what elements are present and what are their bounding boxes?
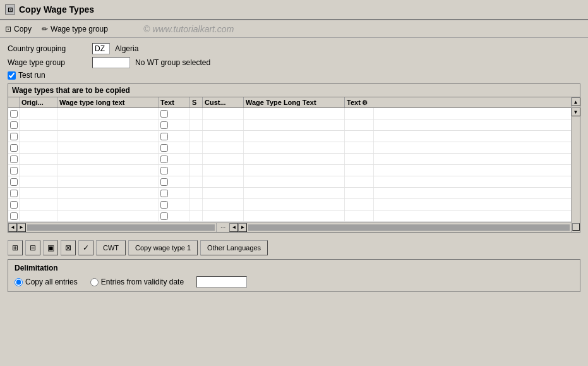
row-wt-long bbox=[57, 142, 159, 153]
row-text-check[interactable] bbox=[160, 133, 168, 140]
row-wt-long2 bbox=[244, 210, 345, 221]
row-text2 bbox=[345, 176, 374, 187]
row-text-check[interactable] bbox=[160, 121, 168, 129]
v-scrollbar: ▲ ▼ bbox=[571, 97, 580, 232]
row-orig bbox=[20, 154, 57, 164]
row-checkbox[interactable] bbox=[10, 201, 18, 209]
row-sel bbox=[8, 119, 20, 130]
h-scroll-left-btn[interactable]: ◄ bbox=[8, 223, 17, 232]
menu-wage-type-group[interactable]: ✏ Wage type group bbox=[42, 25, 108, 34]
toolbar-icon-btn-2[interactable]: ⊟ bbox=[25, 240, 40, 255]
other-languages-button[interactable]: Other Languages bbox=[200, 240, 268, 255]
row-wt-long2 bbox=[244, 176, 345, 187]
row-text2 bbox=[345, 108, 374, 119]
scroll-dots: ··· bbox=[217, 224, 229, 231]
h-scroll-right-btn2[interactable]: ► bbox=[238, 223, 247, 232]
scroll-thumb[interactable] bbox=[572, 223, 580, 231]
row-text-check[interactable] bbox=[160, 156, 168, 163]
row-text-check[interactable] bbox=[160, 144, 168, 152]
row-checkbox[interactable] bbox=[10, 110, 18, 118]
h-scroll-bar: ◄ ► ··· ◄ ► bbox=[8, 222, 571, 232]
row-text bbox=[159, 154, 190, 164]
row-text bbox=[159, 188, 190, 198]
title-icon: ⊡ bbox=[5, 4, 15, 15]
toolbar-icon-btn-1[interactable]: ⊞ bbox=[8, 240, 23, 255]
row-s bbox=[190, 142, 203, 153]
page-title: Copy Wage Types bbox=[19, 4, 94, 15]
table-row bbox=[8, 199, 571, 210]
row-orig bbox=[20, 108, 57, 119]
validity-date-input[interactable] bbox=[196, 276, 247, 288]
copy-all-radio[interactable] bbox=[15, 278, 23, 286]
row-s bbox=[190, 119, 203, 130]
row-wt-long bbox=[57, 176, 159, 187]
h-scroll-track-right[interactable] bbox=[248, 224, 570, 231]
row-checkbox[interactable] bbox=[10, 212, 18, 220]
wage-types-table-section: Wage types that are to be copied Origi..… bbox=[8, 83, 580, 233]
row-cust bbox=[203, 142, 244, 153]
toolbar-icon-btn-5[interactable]: ✓ bbox=[78, 240, 93, 255]
delimitation-radio-row: Copy all entries Entries from validity d… bbox=[15, 276, 573, 288]
row-text-check[interactable] bbox=[160, 110, 168, 118]
row-sel bbox=[8, 142, 20, 153]
row-cust bbox=[203, 199, 244, 210]
row-text-check[interactable] bbox=[160, 212, 168, 220]
row-orig bbox=[20, 188, 57, 198]
settings-icon[interactable]: ⚙ bbox=[362, 99, 368, 106]
copy-wage-type-button[interactable]: Copy wage type 1 bbox=[128, 240, 198, 255]
entries-from-radio[interactable] bbox=[90, 278, 99, 286]
row-wt-long2 bbox=[244, 131, 345, 142]
scroll-down-btn[interactable]: ▼ bbox=[572, 107, 580, 116]
country-grouping-label: Country grouping bbox=[8, 44, 90, 53]
col-header-s: S bbox=[190, 97, 203, 107]
country-code-input[interactable] bbox=[92, 43, 110, 54]
row-text bbox=[159, 165, 190, 176]
cwt-button[interactable]: CWT bbox=[96, 240, 126, 255]
row-checkbox[interactable] bbox=[10, 133, 18, 140]
row-wt-long2 bbox=[244, 108, 345, 119]
h-scroll-right-btn[interactable]: ► bbox=[17, 223, 26, 232]
row-text-check[interactable] bbox=[160, 178, 168, 186]
table-section-title: Wage types that are to be copied bbox=[8, 84, 580, 97]
table-row bbox=[8, 119, 571, 131]
row-checkbox[interactable] bbox=[10, 178, 18, 186]
row-text-check[interactable] bbox=[160, 190, 168, 197]
h-scroll-left-btn2[interactable]: ◄ bbox=[229, 223, 238, 232]
scroll-up-btn[interactable]: ▲ bbox=[572, 97, 580, 106]
row-wt-long2 bbox=[244, 154, 345, 164]
test-run-label: Test run bbox=[18, 71, 45, 80]
row-text2 bbox=[345, 165, 374, 176]
row-wt-long bbox=[57, 154, 159, 164]
wage-type-group-label: Wage type group bbox=[8, 58, 90, 67]
row-checkbox[interactable] bbox=[10, 121, 18, 129]
row-text-check[interactable] bbox=[160, 201, 168, 209]
row-cust bbox=[203, 165, 244, 176]
row-orig bbox=[20, 165, 57, 176]
row-checkbox[interactable] bbox=[10, 190, 18, 197]
row-sel bbox=[8, 131, 20, 142]
table-row bbox=[8, 131, 571, 142]
row-orig bbox=[20, 210, 57, 221]
row-checkbox[interactable] bbox=[10, 167, 18, 174]
menu-copy[interactable]: ⊡ Copy bbox=[5, 25, 32, 34]
row-sel bbox=[8, 154, 20, 164]
test-run-checkbox[interactable] bbox=[8, 71, 16, 80]
table-row bbox=[8, 108, 571, 119]
row-text-check[interactable] bbox=[160, 167, 168, 174]
row-text2 bbox=[345, 199, 374, 210]
row-cust bbox=[203, 210, 244, 221]
row-text2 bbox=[345, 142, 374, 153]
row-checkbox[interactable] bbox=[10, 144, 18, 152]
no-wt-group-text: No WT group selected bbox=[135, 58, 210, 67]
row-wt-long bbox=[57, 119, 159, 130]
row-wt-long2 bbox=[244, 199, 345, 210]
toolbar-icon-btn-3[interactable]: ▣ bbox=[43, 240, 58, 255]
row-checkbox[interactable] bbox=[10, 156, 18, 163]
main-content: Country grouping Algeria Wage type group… bbox=[0, 38, 588, 297]
h-scroll-track-left[interactable] bbox=[27, 224, 215, 231]
row-cust bbox=[203, 176, 244, 187]
toolbar-icon-btn-4[interactable]: ⊠ bbox=[61, 240, 76, 255]
scroll-track bbox=[572, 116, 580, 223]
wage-type-group-input[interactable] bbox=[92, 57, 130, 68]
country-name: Algeria bbox=[115, 44, 138, 53]
